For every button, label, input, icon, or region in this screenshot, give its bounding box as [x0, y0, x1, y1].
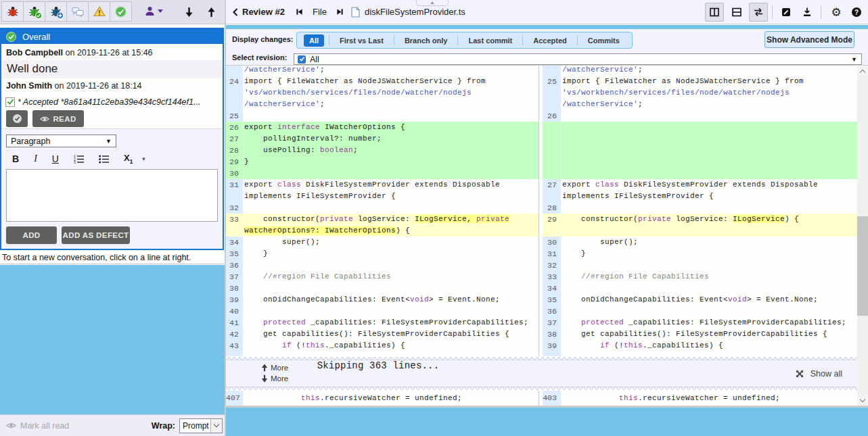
filter-first-vs-last[interactable]: First vs Last — [329, 34, 394, 47]
code-line-41[interactable]: 41 protected _capabilities: FileSystemPr… — [226, 317, 539, 329]
code-line-31[interactable]: 31 } — [543, 248, 857, 260]
approve-button[interactable] — [110, 1, 132, 22]
code-line[interactable]: 'vs/workbench/services/files/node/watche… — [226, 87, 539, 99]
code-line-35[interactable]: 35 onDidChangeCapabilities: Event<void> … — [543, 294, 857, 306]
code-line[interactable] — [543, 168, 857, 179]
underline-button[interactable]: U — [52, 153, 59, 164]
more-down-button[interactable]: More — [261, 373, 288, 384]
code-line-26[interactable]: 26export interface IWatcherOptions { — [226, 122, 539, 133]
defect-bug-button[interactable] — [1, 1, 24, 22]
bold-button[interactable]: B — [12, 153, 19, 164]
subscript-button[interactable]: X1 — [124, 153, 133, 165]
revision-checkbox[interactable] — [298, 55, 306, 64]
filter-branch-only[interactable]: Branch only — [394, 34, 458, 47]
conversation-button[interactable] — [66, 1, 89, 22]
code-line-27[interactable]: 27 pollingInterval?: number; — [226, 133, 539, 145]
code-line-27[interactable]: 27export class DiskFileSystemProvider ex… — [543, 179, 857, 191]
side-by-side-view-button[interactable] — [705, 3, 724, 22]
filter-last-commit[interactable]: Last commit — [458, 34, 522, 47]
bug-add-button[interactable] — [45, 1, 67, 22]
code-line-33[interactable]: 33 //#region File Capabilities — [543, 271, 857, 283]
code-line[interactable] — [543, 122, 857, 133]
next-comment-button[interactable] — [185, 7, 193, 18]
code-line-42[interactable]: 42 get capabilities(): FileSystemProvide… — [226, 329, 539, 340]
code-line-37[interactable]: 37 protected _capabilities: FileSystemPr… — [543, 317, 857, 329]
show-all-button[interactable]: Show all — [796, 360, 842, 387]
wrap-select[interactable]: Prompt — [179, 418, 223, 433]
code-line-31[interactable]: 31export class DiskFileSystemProvider ex… — [226, 179, 539, 191]
revision-select[interactable]: All ▼ — [294, 53, 862, 65]
code-line[interactable] — [543, 133, 857, 145]
code-line-28[interactable]: 28 — [543, 202, 857, 214]
code-line[interactable] — [543, 225, 857, 237]
code-line-38[interactable]: 38 — [226, 283, 539, 294]
more-up-button[interactable]: More — [261, 362, 288, 373]
scrollbar-thumb[interactable] — [857, 216, 868, 316]
code-line[interactable]: /watcherService'; — [226, 66, 539, 76]
format-more-caret-icon[interactable]: ▼ — [141, 156, 147, 162]
code-line-29[interactable]: 29 constructor(private logService: ILogS… — [543, 214, 857, 225]
code-line-43[interactable]: 43 if (!this._capabilities) { — [226, 340, 539, 352]
code-line[interactable]: watcherOptions?: IWatcherOptions) { — [226, 225, 539, 237]
mark-read-circle-button[interactable] — [6, 110, 28, 127]
code-line-407[interactable]: 407 this.recursiveWatcher = undefined; — [226, 391, 539, 406]
comment-textarea[interactable] — [6, 169, 218, 222]
code-line[interactable]: /watcherService'; — [543, 66, 857, 76]
code-line-40[interactable]: 40 — [226, 306, 539, 317]
code-line-36[interactable]: 36 — [226, 260, 539, 271]
settings-button[interactable]: ⚙ — [827, 3, 846, 22]
prev-file-button[interactable] — [296, 8, 303, 16]
code-line-30[interactable]: 30 — [226, 168, 539, 179]
code-line-403[interactable]: 403 this.recursiveWatcher = undefined; — [543, 391, 857, 406]
italic-button[interactable]: I — [34, 153, 37, 164]
bullet-list-button[interactable] — [99, 155, 109, 164]
code-line[interactable]: /watcherService'; — [543, 99, 857, 110]
accepted-checkbox[interactable] — [5, 97, 15, 107]
mark-all-read-button[interactable]: Mark all read — [6, 421, 69, 431]
user-menu-button[interactable] — [144, 5, 163, 17]
warning-button[interactable] — [88, 1, 110, 22]
paragraph-style-select[interactable]: Paragraph ▼ — [6, 135, 116, 147]
swap-panes-button[interactable] — [749, 3, 768, 22]
add-button[interactable]: ADD — [6, 226, 57, 244]
code-line-33[interactable]: 33 constructor(private logService: ILogS… — [226, 214, 539, 225]
diff-scrollbar[interactable] — [857, 66, 868, 406]
download-button[interactable] — [798, 3, 817, 22]
prev-comment-button[interactable] — [207, 7, 216, 18]
code-line-32[interactable]: 32 — [226, 202, 539, 214]
filter-accepted[interactable]: Accepted — [523, 34, 577, 47]
collapse-header-handle[interactable] — [416, 0, 449, 6]
code-line-37[interactable]: 37 //#region File Capabilities — [226, 271, 539, 283]
code-line-39[interactable]: 39 if (!this._capabilities) { — [543, 340, 857, 352]
code-line-24[interactable]: 24import { FileWatcher as NodeJSWatcherS… — [226, 76, 539, 87]
edit-file-button[interactable] — [777, 3, 796, 22]
stacked-view-button[interactable] — [727, 3, 746, 22]
code-line[interactable]: 'vs/workbench/services/files/node/watche… — [543, 87, 857, 99]
code-line-29[interactable]: 29} — [226, 156, 539, 168]
code-line-30[interactable]: 30 super(); — [543, 237, 857, 248]
code-line-38[interactable]: 38 get capabilities(): FileSystemProvide… — [543, 329, 857, 340]
code-line[interactable] — [543, 156, 857, 168]
code-line-32[interactable]: 32 — [543, 260, 857, 271]
code-line-34[interactable]: 34 super(); — [226, 237, 539, 248]
scroll-up-button[interactable] — [857, 66, 868, 76]
code-line-26[interactable]: 26 — [543, 110, 857, 122]
code-line[interactable]: implements IFileSystemProvider { — [543, 191, 857, 202]
code-line-39[interactable]: 39 onDidChangeCapabilities: Event<void> … — [226, 294, 539, 306]
add-as-defect-button[interactable]: ADD AS DEFECT — [62, 226, 130, 244]
code-line[interactable]: /watcherService'; — [226, 99, 539, 110]
code-line-28[interactable]: 28 usePolling: boolean; — [226, 145, 539, 156]
filter-all[interactable]: All — [304, 34, 324, 47]
read-button[interactable]: READ — [32, 110, 84, 127]
next-file-button[interactable] — [336, 8, 344, 16]
code-line[interactable]: implements IFileSystemProvider { — [226, 191, 539, 202]
code-line-35[interactable]: 35 } — [226, 248, 539, 260]
ordered-list-button[interactable]: 123 — [74, 155, 84, 164]
show-advanced-mode-button[interactable]: Show Advanced Mode — [764, 31, 854, 48]
filter-commits[interactable]: Commits — [578, 34, 630, 47]
code-line[interactable] — [543, 145, 857, 156]
code-line-25[interactable]: 25import { FileWatcher as NodeJSWatcherS… — [543, 76, 857, 87]
code-line-34[interactable]: 34 — [543, 283, 857, 294]
back-to-review-button[interactable]: Review #2 — [233, 0, 285, 24]
bug-accepted-button[interactable] — [23, 1, 45, 22]
